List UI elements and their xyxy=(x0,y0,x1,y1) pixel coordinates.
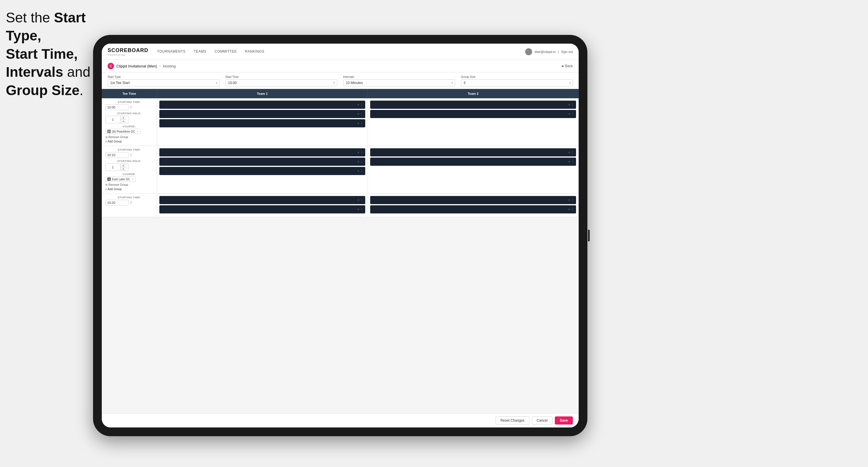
player-dots-btn-3-2[interactable]: ⋮ xyxy=(360,208,363,211)
nav-items: TOURNAMENTS TEAMS COMMITTEE RANKINGS xyxy=(157,48,525,55)
player-dots-btn-2-t2-2[interactable]: ⋮ xyxy=(571,160,574,163)
player-actions-1-t2-2: × ⋮ xyxy=(568,113,574,116)
group-2-team2: × ⋮ × ⋮ xyxy=(368,146,579,193)
group-actions-2: ⊖ Remove Group + Add Group xyxy=(105,183,153,191)
player-x-btn-2-2[interactable]: × xyxy=(358,160,359,163)
separator: | xyxy=(558,50,559,54)
player-x-btn-3-t2-2[interactable]: × xyxy=(568,208,570,211)
player-actions-1-t2-1: × ⋮ xyxy=(568,103,574,106)
add-group-btn-2[interactable]: + Add Group xyxy=(105,187,153,191)
player-row-2-1: × ⋮ xyxy=(159,148,365,156)
instruction-line2: Start Time, xyxy=(6,46,78,62)
hole-input-1[interactable] xyxy=(105,116,120,123)
remove-group-btn-2[interactable]: ⊖ Remove Group xyxy=(105,183,153,187)
player-dots-btn-3-1[interactable]: ⋮ xyxy=(360,198,363,201)
nav-teams[interactable]: TEAMS xyxy=(194,48,207,55)
player-x-btn-3-t2-1[interactable]: × xyxy=(568,198,570,201)
course-tag-1: A (A) Peachtree GC × xyxy=(105,129,141,134)
start-time-input[interactable] xyxy=(225,80,337,86)
nav-tournaments[interactable]: TOURNAMENTS xyxy=(157,48,186,55)
reset-changes-button[interactable]: Reset Changes xyxy=(496,416,529,425)
starting-time-input-2[interactable] xyxy=(105,152,128,158)
intervals-select[interactable]: 10 Minutes 8 Minutes 12 Minutes xyxy=(343,80,455,86)
starting-time-label-3: STARTING TIME: xyxy=(105,196,153,199)
starting-hole-field-2: ▲ ▼ xyxy=(105,163,153,171)
stepper-down-1[interactable]: ▼ xyxy=(120,120,126,123)
intervals-group: Intervals 10 Minutes 8 Minutes 12 Minute… xyxy=(343,75,455,86)
starting-time-field-3: ⏱ xyxy=(105,200,153,206)
group-2-left: STARTING TIME: ⏱ STARTING HOLE: ▲ ▼ xyxy=(102,146,157,193)
player-x-btn-1-t2-1[interactable]: × xyxy=(568,103,570,106)
player-dots-btn-2-3[interactable]: ⋮ xyxy=(360,169,363,173)
save-button[interactable]: Save xyxy=(555,416,573,425)
back-button[interactable]: ◄ Back xyxy=(561,64,573,68)
player-dots-btn-1-1[interactable]: ⋮ xyxy=(360,103,363,106)
player-dots-btn-2-1[interactable]: ⋮ xyxy=(360,151,363,154)
player-actions-2-3: × ⋮ xyxy=(358,169,363,173)
player-actions-3-t2-2: × ⋮ xyxy=(568,208,574,211)
player-x-btn-1-1[interactable]: × xyxy=(358,103,359,106)
player-actions-1-1: × ⋮ xyxy=(358,103,363,106)
logo-text: SCOREBOARD xyxy=(107,48,148,54)
starting-hole-label-1: STARTING HOLE: xyxy=(105,112,153,115)
player-x-btn-3-2[interactable]: × xyxy=(358,208,359,211)
player-dots-btn-1-3[interactable]: ⋮ xyxy=(360,122,363,125)
player-x-btn-3-1[interactable]: × xyxy=(358,198,359,201)
player-actions-1-3: × ⋮ xyxy=(358,122,363,125)
course-name-2: East Lake GC xyxy=(112,178,130,181)
stepper-up-1[interactable]: ▲ xyxy=(120,116,126,120)
user-email: blair@clippd.io xyxy=(534,50,555,54)
player-dots-btn-1-t2-1[interactable]: ⋮ xyxy=(571,103,574,106)
player-dots-btn-3-t2-2[interactable]: ⋮ xyxy=(571,208,574,211)
hole-input-2[interactable] xyxy=(105,164,120,171)
starting-hole-label-2: STARTING HOLE: xyxy=(105,160,153,162)
starting-time-input-3[interactable] xyxy=(105,200,128,206)
stepper-buttons-2: ▲ ▼ xyxy=(120,164,126,171)
starting-time-field-2: ⏱ xyxy=(105,152,153,158)
player-x-btn-2-1[interactable]: × xyxy=(358,151,359,154)
instruction-line4-post: . xyxy=(80,83,83,98)
player-row-3-1: × ⋮ xyxy=(159,196,365,204)
breadcrumb-hosting: Hosting xyxy=(163,64,176,68)
player-row-2-t2-1: × ⋮ xyxy=(370,148,576,156)
player-x-btn-1-2[interactable]: × xyxy=(358,113,359,116)
breadcrumb: C Clippd Invitational (Men) › Hosting xyxy=(107,63,176,69)
player-row-1-t2-2: × ⋮ xyxy=(370,110,576,118)
course-remove-2[interactable]: × xyxy=(132,178,133,181)
stepper-up-2[interactable]: ▲ xyxy=(120,164,126,167)
player-dots-btn-1-t2-2[interactable]: ⋮ xyxy=(571,113,574,116)
nav-committee[interactable]: COMMITTEE xyxy=(215,48,237,55)
start-type-select[interactable]: 1st Tee Start Shotgun Start xyxy=(107,80,220,86)
player-dots-btn-2-2[interactable]: ⋮ xyxy=(360,160,363,163)
starting-time-input-1[interactable] xyxy=(105,104,128,110)
nav-rankings[interactable]: RANKINGS xyxy=(245,48,264,55)
group-size-group: Group Size 3 2 4 xyxy=(461,75,573,86)
player-x-btn-2-t2-2[interactable]: × xyxy=(568,160,570,163)
player-dots-btn-2-t2-1[interactable]: ⋮ xyxy=(571,151,574,154)
course-name-1: (A) Peachtree GC xyxy=(112,130,135,133)
player-dots-btn-1-2[interactable]: ⋮ xyxy=(360,113,363,116)
course-icon-1: A xyxy=(107,130,111,133)
player-actions-3-t2-1: × ⋮ xyxy=(568,198,574,201)
player-actions-2-1: × ⋮ xyxy=(358,151,363,154)
player-dots-btn-3-t2-1[interactable]: ⋮ xyxy=(571,198,574,201)
group-3-left: STARTING TIME: ⏱ xyxy=(102,194,157,217)
cancel-button[interactable]: Cancel xyxy=(532,416,553,425)
player-row-3-t2-1: × ⋮ xyxy=(370,196,576,204)
player-actions-2-t2-1: × ⋮ xyxy=(568,151,574,154)
player-row-1-t2-1: × ⋮ xyxy=(370,101,576,109)
stepper-down-2[interactable]: ▼ xyxy=(120,167,126,171)
sign-out-link[interactable]: Sign out xyxy=(561,50,573,54)
player-x-btn-1-t2-2[interactable]: × xyxy=(568,113,570,116)
player-x-btn-1-3[interactable]: × xyxy=(358,122,359,125)
starting-time-label-1: STARTING TIME: xyxy=(105,101,153,103)
player-row-1-1: × ⋮ xyxy=(159,101,365,109)
course-remove-1[interactable]: × xyxy=(137,130,138,133)
user-avatar xyxy=(525,48,532,55)
player-x-btn-2-3[interactable]: × xyxy=(358,169,359,173)
add-group-btn-1[interactable]: + Add Group xyxy=(105,139,153,143)
player-x-btn-2-t2-1[interactable]: × xyxy=(568,151,570,154)
intervals-select-wrapper: 10 Minutes 8 Minutes 12 Minutes xyxy=(343,80,455,86)
group-size-select[interactable]: 3 2 4 xyxy=(461,80,573,86)
remove-group-btn-1[interactable]: ⊖ Remove Group xyxy=(105,135,153,139)
